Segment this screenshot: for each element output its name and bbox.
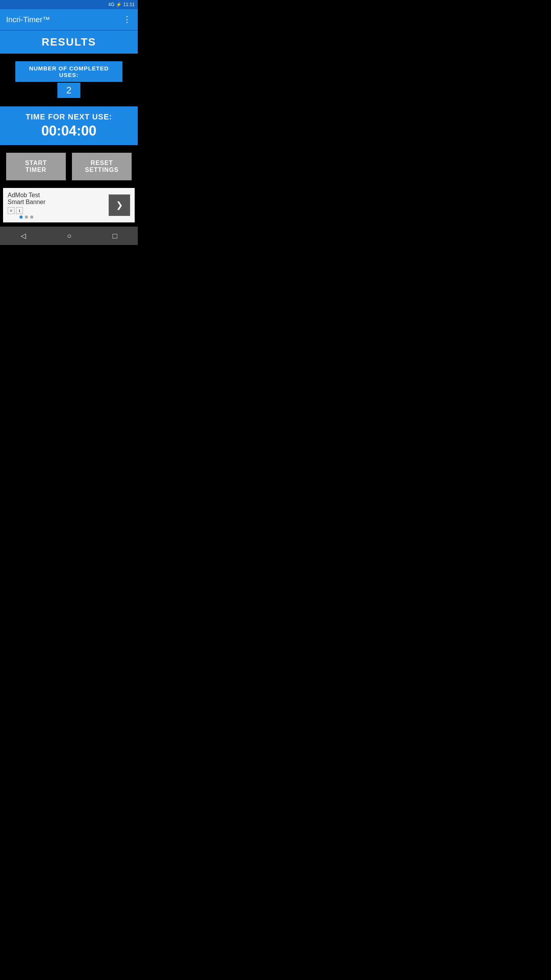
buttons-section: START TIMER RESET SETTINGS xyxy=(0,145,138,188)
ad-dot-1 xyxy=(20,216,23,219)
ad-dot-2 xyxy=(25,216,28,219)
ad-close-icon[interactable]: ✕ xyxy=(8,207,15,214)
completed-uses-value: 2 xyxy=(57,83,80,98)
ad-text-line2: Smart Banner xyxy=(8,199,46,206)
time-display: 11:11 xyxy=(123,2,135,7)
ad-indicators xyxy=(8,216,46,219)
ad-dot-3 xyxy=(30,216,33,219)
ad-footer-icons: ✕ ℹ xyxy=(8,207,46,214)
next-use-section: TIME FOR NEXT USE: 00:04:00 xyxy=(0,106,138,145)
app-bar: Incri-Timer™ ⋮ xyxy=(0,9,138,31)
ad-arrow-icon: ❯ xyxy=(116,200,123,210)
ad-info-icon[interactable]: ℹ xyxy=(16,207,23,214)
reset-settings-button[interactable]: RESET SETTINGS xyxy=(72,153,132,180)
navigation-bar: ◁ ○ □ xyxy=(0,227,138,245)
ad-arrow-button[interactable]: ❯ xyxy=(109,194,130,216)
ad-content: AdMob Test Smart Banner ✕ ℹ xyxy=(8,192,46,219)
ad-banner: AdMob Test Smart Banner ✕ ℹ ❯ xyxy=(3,188,135,222)
home-button[interactable]: ○ xyxy=(58,229,81,243)
next-use-label: TIME FOR NEXT USE: xyxy=(6,113,132,121)
completed-uses-section: NUMBER OF COMPLETED USES: 2 xyxy=(0,54,138,102)
network-type: 4G xyxy=(108,2,114,7)
ad-text-line1: AdMob Test xyxy=(8,192,46,199)
recent-apps-button[interactable]: □ xyxy=(103,229,126,243)
next-use-time: 00:04:00 xyxy=(6,123,132,139)
battery-icon: ⚡ xyxy=(116,2,122,7)
status-bar: 4G ⚡ 11:11 xyxy=(0,0,138,9)
results-header: RESULTS xyxy=(0,31,138,54)
start-timer-button[interactable]: START TIMER xyxy=(6,153,66,180)
app-title: Incri-Timer™ xyxy=(6,15,50,24)
results-title: RESULTS xyxy=(42,36,96,48)
completed-uses-label: NUMBER OF COMPLETED USES: xyxy=(15,61,122,82)
main-content: NUMBER OF COMPLETED USES: 2 TIME FOR NEX… xyxy=(0,54,138,227)
back-button[interactable]: ◁ xyxy=(11,229,35,243)
overflow-menu-button[interactable]: ⋮ xyxy=(123,15,132,24)
